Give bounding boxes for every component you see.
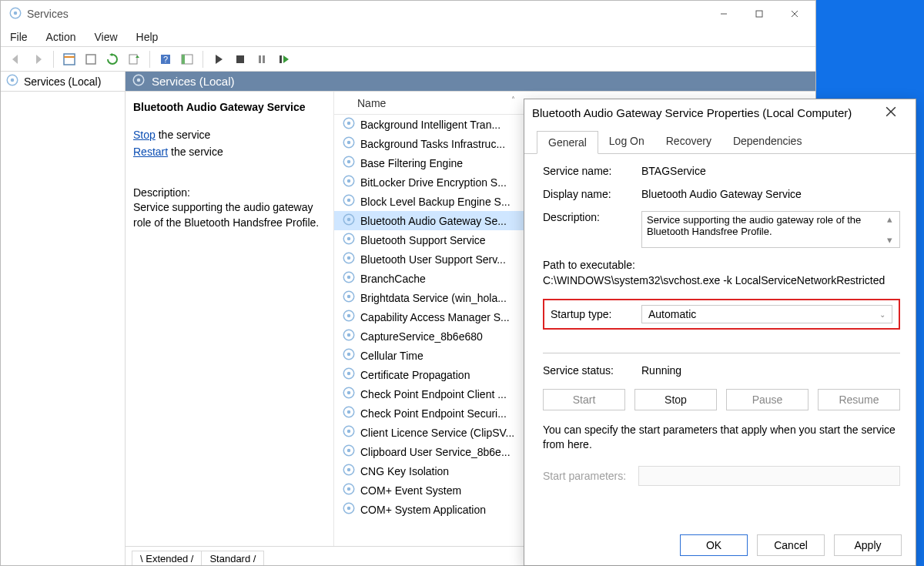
gear-icon xyxy=(342,193,356,209)
gear-icon xyxy=(342,251,356,267)
svg-point-59 xyxy=(347,468,351,472)
description-box[interactable]: Service supporting the audio gateway rol… xyxy=(641,211,900,248)
titlebar: Services xyxy=(1,1,815,27)
svg-point-41 xyxy=(347,295,351,299)
properties-icon[interactable] xyxy=(60,50,79,69)
svg-point-37 xyxy=(347,256,351,260)
scroll-down-icon[interactable]: ▾ xyxy=(887,234,898,246)
hint-text: You can specify the start parameters tha… xyxy=(543,423,900,452)
tab-dependencies[interactable]: Dependencies xyxy=(722,130,813,153)
svg-point-1 xyxy=(14,11,18,15)
svg-point-45 xyxy=(347,333,351,337)
gear-icon xyxy=(342,328,356,344)
svg-point-31 xyxy=(347,199,351,203)
label-start-parameters: Start parameters: xyxy=(543,470,626,482)
value-description: Service supporting the audio gateway rol… xyxy=(647,214,861,237)
restart-service-icon[interactable] xyxy=(274,50,293,69)
list-item-label: BitLocker Drive Encryption S... xyxy=(360,176,507,189)
startup-type-row: Startup type: Automatic ⌄ xyxy=(543,299,900,330)
export-list-icon[interactable] xyxy=(125,50,143,69)
svg-point-43 xyxy=(347,314,351,318)
restart-link[interactable]: Restart xyxy=(133,146,168,158)
minimize-button[interactable] xyxy=(706,2,742,25)
cancel-button[interactable]: Cancel xyxy=(757,534,825,556)
gear-icon xyxy=(342,367,356,383)
pause-service-icon[interactable] xyxy=(253,50,271,69)
gear-icon xyxy=(8,6,22,22)
help-icon[interactable]: ? xyxy=(156,50,175,69)
svg-rect-16 xyxy=(263,55,265,63)
list-item-label: Clipboard User Service_8b6e... xyxy=(360,446,511,458)
sort-arrow-icon: ˄ xyxy=(511,95,515,104)
gear-icon xyxy=(342,482,356,498)
pause-button[interactable]: Pause xyxy=(726,389,808,410)
svg-rect-6 xyxy=(64,54,75,65)
properties-tabs: General Log On Recovery Dependencies xyxy=(524,126,916,154)
properties-title: Bluetooth Audio Gateway Service Properti… xyxy=(532,106,852,119)
resume-button[interactable]: Resume xyxy=(818,389,900,410)
tab-extended[interactable]: \ Extended / xyxy=(132,551,202,565)
gear-icon xyxy=(342,174,356,190)
properties-dialog: Bluetooth Audio Gateway Service Properti… xyxy=(524,99,916,566)
gear-icon xyxy=(342,347,356,363)
menubar: File Action View Help xyxy=(1,27,815,47)
list-item-label: Bluetooth Support Service xyxy=(360,234,486,246)
value-service-name: BTAGService xyxy=(641,165,900,177)
tab-logon[interactable]: Log On xyxy=(598,130,655,153)
menu-view[interactable]: View xyxy=(94,31,117,43)
label-service-name: Service name: xyxy=(543,165,641,177)
start-parameters-input[interactable] xyxy=(638,466,900,486)
back-button[interactable] xyxy=(7,50,25,69)
list-item-label: Bluetooth User Support Serv... xyxy=(360,253,506,266)
close-button[interactable] xyxy=(874,106,908,119)
label-path: Path to executable: xyxy=(543,259,900,271)
svg-point-39 xyxy=(347,276,351,280)
svg-point-57 xyxy=(347,449,351,453)
list-item-label: Brightdata Service (win_hola... xyxy=(360,292,507,304)
gear-icon xyxy=(342,463,356,479)
ok-button[interactable]: OK xyxy=(680,534,748,556)
show-hide-icon[interactable] xyxy=(178,50,196,69)
stop-service-icon[interactable] xyxy=(231,50,249,69)
gear-icon xyxy=(342,213,356,229)
forward-button[interactable] xyxy=(28,50,47,69)
gear-icon xyxy=(342,232,356,248)
svg-point-25 xyxy=(347,141,351,145)
value-service-status: Running xyxy=(641,364,900,377)
properties-titlebar: Bluetooth Audio Gateway Service Properti… xyxy=(524,99,916,126)
tab-recovery[interactable]: Recovery xyxy=(655,130,722,153)
gear-icon xyxy=(132,73,146,89)
start-service-icon[interactable] xyxy=(209,50,228,69)
toolbar: ? xyxy=(1,47,815,72)
svg-point-33 xyxy=(347,218,351,222)
value-path: C:\WINDOWS\system32\svchost.exe -k Local… xyxy=(543,274,900,286)
gear-icon xyxy=(342,424,356,440)
scroll-up-icon[interactable]: ▴ xyxy=(887,213,898,225)
tab-general[interactable]: General xyxy=(537,131,598,154)
list-item-label: Background Tasks Infrastruc... xyxy=(360,138,505,150)
gear-icon xyxy=(342,290,356,306)
export-icon[interactable] xyxy=(82,50,100,69)
gear-icon xyxy=(342,386,356,402)
list-item-label: Certificate Propagation xyxy=(360,369,470,381)
list-item-label: Block Level Backup Engine S... xyxy=(360,196,511,208)
stop-button[interactable]: Stop xyxy=(634,389,717,410)
tab-standard[interactable]: Standard / xyxy=(201,551,264,565)
tree-node-services-local[interactable]: Services (Local) xyxy=(1,72,125,92)
menu-help[interactable]: Help xyxy=(136,31,159,43)
stop-link[interactable]: Stop xyxy=(133,129,156,141)
svg-point-63 xyxy=(347,507,351,511)
refresh-icon[interactable] xyxy=(103,50,122,69)
maximize-button[interactable] xyxy=(742,2,777,25)
menu-action[interactable]: Action xyxy=(46,31,76,43)
svg-rect-17 xyxy=(280,55,282,63)
label-service-status: Service status: xyxy=(543,364,641,377)
list-item-label: COM+ System Application xyxy=(360,504,486,516)
svg-point-61 xyxy=(347,487,351,491)
menu-file[interactable]: File xyxy=(10,31,28,43)
start-button[interactable]: Start xyxy=(543,389,625,410)
startup-type-select[interactable]: Automatic ⌄ xyxy=(641,305,892,323)
list-item-label: Cellular Time xyxy=(360,350,424,362)
apply-button[interactable]: Apply xyxy=(834,534,902,556)
close-button[interactable] xyxy=(777,2,812,25)
